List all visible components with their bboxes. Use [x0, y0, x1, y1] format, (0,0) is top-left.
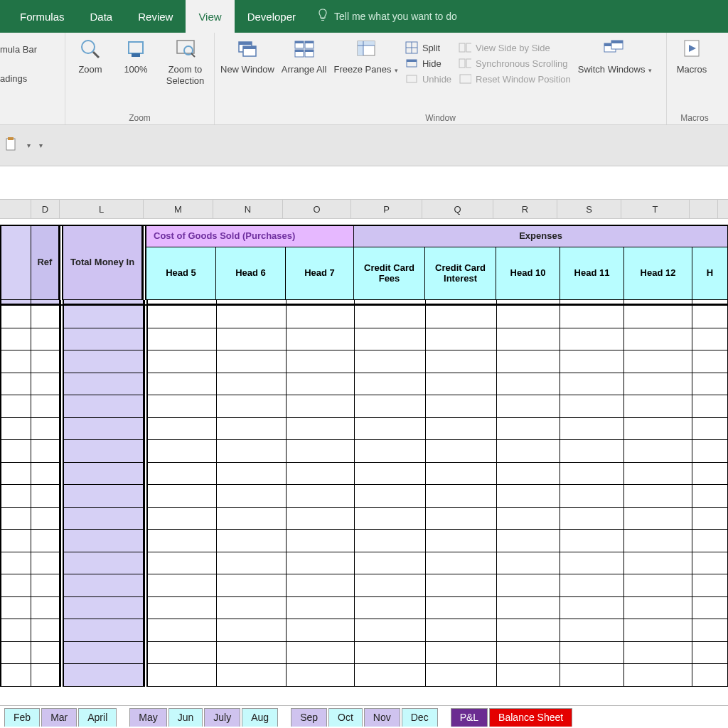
zoom-button[interactable]: Zoom [71, 37, 109, 75]
expense-column-header: Credit Card Interest [425, 247, 496, 300]
table-row[interactable] [0, 485, 728, 508]
unhide-button: Unhide [405, 73, 451, 85]
switch-windows-button[interactable]: Switch Windows ▾ [578, 37, 652, 75]
headings-checkbox[interactable]: adings [0, 73, 27, 84]
zoom-100-label: 100% [124, 64, 147, 75]
table-row[interactable] [0, 619, 728, 642]
qat-customize-icon[interactable]: ▾ [39, 141, 43, 149]
column-header[interactable]: Q [422, 200, 493, 218]
tab-view[interactable]: View [186, 0, 234, 33]
group-zoom-label: Zoom [71, 112, 208, 123]
column-header[interactable]: L [60, 200, 144, 218]
svg-rect-40 [611, 41, 623, 43]
quick-access-strip: ▾ ▾ [0, 125, 728, 166]
sheet-tab[interactable]: P&L [451, 708, 488, 727]
hide-icon [405, 57, 418, 70]
svg-rect-30 [407, 60, 417, 62]
freeze-panes-button[interactable]: Freeze Panes ▾ [333, 37, 397, 75]
expense-column-header: Head 12 [624, 247, 692, 300]
table-row[interactable] [0, 440, 728, 463]
sheet-tab[interactable]: Sep [291, 708, 327, 727]
chevron-down-icon: ▾ [392, 67, 398, 74]
group-zoom: Zoom 100% Zoom to Selection Zoom [65, 33, 215, 124]
split-icon [405, 41, 418, 54]
column-header[interactable]: S [557, 200, 621, 218]
tab-developer[interactable]: Developer [235, 0, 309, 33]
table-row[interactable] [0, 530, 728, 552]
spreadsheet-area[interactable]: DLMNOPQRST Ref Total Money In Cost of Go… [0, 166, 728, 728]
column-header[interactable] [0, 200, 31, 218]
reset-pos-icon [459, 73, 471, 85]
table-row[interactable] [0, 508, 728, 530]
sheet-tab[interactable]: May [129, 708, 166, 727]
svg-rect-1 [321, 20, 324, 21]
hide-button[interactable]: Hide [405, 57, 451, 70]
svg-rect-31 [407, 75, 417, 82]
svg-rect-16 [305, 41, 314, 43]
table-row[interactable] [0, 664, 728, 687]
sheet-tabs[interactable]: FebMarAprilMayJunJulyAugSepOctNovDecP&LB… [0, 705, 728, 728]
new-window-button[interactable]: New Window [220, 37, 274, 75]
tab-review[interactable]: Review [125, 0, 186, 33]
svg-rect-20 [305, 50, 314, 52]
column-header[interactable]: O [283, 200, 351, 218]
svg-rect-4 [129, 42, 143, 53]
tab-formulas[interactable]: Formulas [7, 0, 77, 33]
side-by-side-icon [459, 41, 471, 54]
svg-rect-43 [6, 139, 15, 150]
sheet-tab[interactable]: April [78, 708, 117, 727]
svg-rect-34 [459, 59, 465, 68]
table-row[interactable] [0, 395, 728, 418]
zoom-selection-label: Zoom to Selection [162, 64, 208, 86]
column-header[interactable]: P [351, 200, 422, 218]
table-row[interactable] [0, 350, 728, 373]
svg-rect-36 [460, 75, 471, 83]
sheet-tab[interactable]: Oct [328, 708, 363, 727]
zoom-selection-icon [173, 37, 198, 61]
zoom-100-button[interactable]: 100% [117, 37, 155, 75]
sheet-tab[interactable]: July [204, 708, 240, 727]
sheet-tab[interactable]: Feb [4, 708, 40, 727]
reset-window-position-button: Reset Window Position [459, 73, 571, 85]
zoom-to-selection-button[interactable]: Zoom to Selection [162, 37, 208, 86]
sheet-tab[interactable]: Aug [242, 708, 278, 727]
column-header[interactable]: N [213, 200, 283, 218]
sync-scroll-icon [459, 57, 471, 70]
column-header[interactable]: R [493, 200, 557, 218]
paste-dropdown-icon[interactable] [4, 136, 18, 154]
table-row[interactable] [0, 463, 728, 486]
lightbulb-icon [317, 9, 328, 25]
table-row[interactable] [0, 373, 728, 396]
table-row[interactable] [0, 328, 728, 351]
macros-button[interactable]: Macros [673, 37, 711, 75]
chevron-down-icon[interactable]: ▾ [27, 141, 31, 149]
table-row[interactable] [0, 642, 728, 665]
table-row[interactable] [0, 306, 728, 328]
zoom-100-icon [124, 37, 148, 61]
sheet-tab[interactable]: Dec [402, 708, 438, 727]
arrange-all-button[interactable]: Arrange All [282, 37, 327, 75]
split-button[interactable]: Split [405, 41, 451, 54]
sheet-tab[interactable]: Nov [364, 708, 400, 727]
expense-column-header: H [692, 247, 728, 300]
tab-data[interactable]: Data [77, 0, 126, 33]
column-header[interactable]: M [144, 200, 213, 218]
ribbon: mula Bar adings Zoom 100% [0, 33, 728, 125]
column-headers[interactable]: DLMNOPQRST [0, 199, 728, 219]
formula-bar-checkbox[interactable]: mula Bar [0, 44, 37, 55]
table-row[interactable] [0, 597, 728, 620]
chevron-down-icon: ▾ [646, 67, 652, 74]
sheet-tab[interactable]: Jun [168, 708, 203, 727]
svg-rect-12 [243, 46, 256, 49]
sheet-tab[interactable]: Balance Sheet [489, 708, 572, 727]
tell-me-search[interactable]: Tell me what you want to do [309, 9, 457, 25]
column-header[interactable] [690, 200, 718, 218]
table-row[interactable] [0, 418, 728, 441]
table-row[interactable] [0, 552, 728, 575]
sheet-tab[interactable]: Mar [41, 708, 77, 727]
column-header[interactable]: T [621, 200, 690, 218]
switch-windows-icon [603, 37, 627, 61]
table-row[interactable] [0, 574, 728, 597]
svg-rect-10 [239, 42, 252, 45]
column-header[interactable]: D [31, 200, 60, 218]
